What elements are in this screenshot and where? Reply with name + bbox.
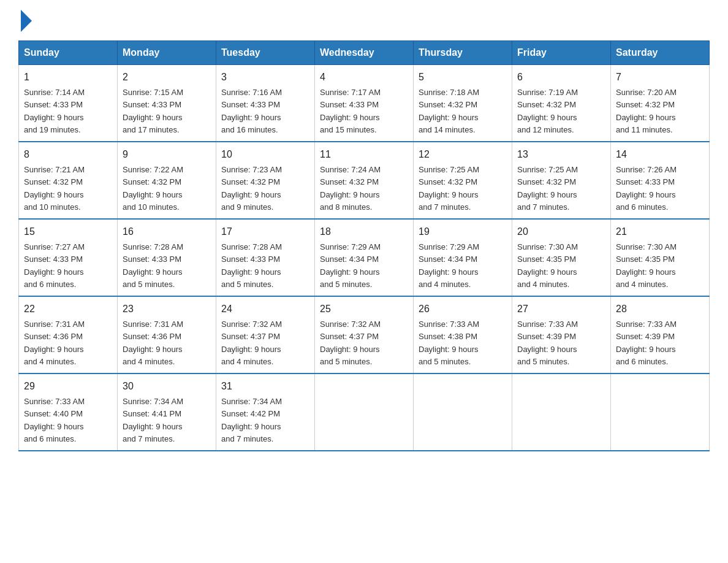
- day-number: 24: [221, 302, 309, 316]
- day-number: 27: [517, 302, 605, 316]
- day-number: 22: [24, 302, 112, 316]
- day-info: Sunrise: 7:33 AMSunset: 4:38 PMDaylight:…: [419, 320, 479, 366]
- day-info: Sunrise: 7:17 AMSunset: 4:33 PMDaylight:…: [320, 88, 381, 134]
- weekday-header-sunday: Sunday: [19, 41, 118, 65]
- day-number: 23: [123, 302, 211, 316]
- day-info: Sunrise: 7:34 AMSunset: 4:41 PMDaylight:…: [123, 397, 183, 443]
- day-number: 7: [616, 70, 704, 85]
- day-info: Sunrise: 7:30 AMSunset: 4:35 PMDaylight:…: [616, 242, 677, 289]
- calendar-cell: 3Sunrise: 7:16 AMSunset: 4:33 PMDaylight…: [216, 65, 315, 142]
- page-header: [18, 12, 710, 28]
- calendar-week-row: 1Sunrise: 7:14 AMSunset: 4:33 PMDaylight…: [19, 65, 710, 142]
- calendar-cell: 23Sunrise: 7:31 AMSunset: 4:36 PMDayligh…: [118, 296, 216, 373]
- day-number: 18: [320, 224, 408, 239]
- calendar-header-row: SundayMondayTuesdayWednesdayThursdayFrid…: [19, 41, 710, 65]
- day-number: 8: [24, 147, 112, 162]
- day-number: 6: [517, 70, 605, 85]
- day-info: Sunrise: 7:31 AMSunset: 4:36 PMDaylight:…: [24, 320, 85, 366]
- day-number: 28: [616, 302, 704, 316]
- day-info: Sunrise: 7:25 AMSunset: 4:32 PMDaylight:…: [419, 165, 479, 212]
- day-number: 14: [616, 147, 704, 162]
- calendar-cell: 6Sunrise: 7:19 AMSunset: 4:32 PMDaylight…: [512, 65, 611, 142]
- calendar-cell: [414, 373, 512, 451]
- day-number: 25: [320, 302, 408, 316]
- calendar-cell: 24Sunrise: 7:32 AMSunset: 4:37 PMDayligh…: [216, 296, 315, 373]
- day-number: 29: [24, 379, 112, 394]
- calendar-cell: 2Sunrise: 7:15 AMSunset: 4:33 PMDaylight…: [118, 65, 216, 142]
- day-info: Sunrise: 7:33 AMSunset: 4:40 PMDaylight:…: [24, 397, 85, 443]
- calendar-cell: 28Sunrise: 7:33 AMSunset: 4:39 PMDayligh…: [611, 296, 710, 373]
- calendar-cell: 9Sunrise: 7:22 AMSunset: 4:32 PMDaylight…: [118, 142, 216, 219]
- calendar-cell: 5Sunrise: 7:18 AMSunset: 4:32 PMDaylight…: [414, 65, 512, 142]
- day-info: Sunrise: 7:16 AMSunset: 4:33 PMDaylight:…: [221, 88, 282, 134]
- calendar-week-row: 15Sunrise: 7:27 AMSunset: 4:33 PMDayligh…: [19, 219, 710, 296]
- calendar-cell: [512, 373, 611, 451]
- day-number: 1: [24, 70, 112, 85]
- day-number: 30: [123, 379, 211, 394]
- weekday-header-monday: Monday: [118, 41, 216, 65]
- day-info: Sunrise: 7:24 AMSunset: 4:32 PMDaylight:…: [320, 165, 381, 212]
- day-info: Sunrise: 7:23 AMSunset: 4:32 PMDaylight:…: [221, 165, 282, 212]
- day-info: Sunrise: 7:15 AMSunset: 4:33 PMDaylight:…: [123, 88, 183, 134]
- calendar-cell: 17Sunrise: 7:28 AMSunset: 4:33 PMDayligh…: [216, 219, 315, 296]
- day-number: 3: [221, 70, 309, 85]
- day-number: 5: [419, 70, 507, 85]
- calendar-cell: 20Sunrise: 7:30 AMSunset: 4:35 PMDayligh…: [512, 219, 611, 296]
- weekday-header-friday: Friday: [512, 41, 611, 65]
- day-info: Sunrise: 7:21 AMSunset: 4:32 PMDaylight:…: [24, 165, 85, 212]
- day-number: 31: [221, 379, 309, 394]
- day-number: 19: [419, 224, 507, 239]
- day-info: Sunrise: 7:28 AMSunset: 4:33 PMDaylight:…: [123, 242, 183, 289]
- day-number: 13: [517, 147, 605, 162]
- calendar-cell: 19Sunrise: 7:29 AMSunset: 4:34 PMDayligh…: [414, 219, 512, 296]
- calendar-cell: 18Sunrise: 7:29 AMSunset: 4:34 PMDayligh…: [315, 219, 414, 296]
- day-info: Sunrise: 7:33 AMSunset: 4:39 PMDaylight:…: [616, 320, 677, 366]
- day-number: 11: [320, 147, 408, 162]
- day-info: Sunrise: 7:32 AMSunset: 4:37 PMDaylight:…: [320, 320, 381, 366]
- calendar-cell: 12Sunrise: 7:25 AMSunset: 4:32 PMDayligh…: [414, 142, 512, 219]
- logo-arrow-icon: [21, 10, 32, 32]
- calendar-cell: 13Sunrise: 7:25 AMSunset: 4:32 PMDayligh…: [512, 142, 611, 219]
- calendar-cell: 7Sunrise: 7:20 AMSunset: 4:32 PMDaylight…: [611, 65, 710, 142]
- calendar-cell: [315, 373, 414, 451]
- weekday-header-thursday: Thursday: [414, 41, 512, 65]
- calendar-cell: 4Sunrise: 7:17 AMSunset: 4:33 PMDaylight…: [315, 65, 414, 142]
- calendar-cell: 30Sunrise: 7:34 AMSunset: 4:41 PMDayligh…: [118, 373, 216, 451]
- weekday-header-wednesday: Wednesday: [315, 41, 414, 65]
- day-info: Sunrise: 7:29 AMSunset: 4:34 PMDaylight:…: [419, 242, 479, 289]
- day-number: 4: [320, 70, 408, 85]
- calendar-week-row: 22Sunrise: 7:31 AMSunset: 4:36 PMDayligh…: [19, 296, 710, 373]
- day-info: Sunrise: 7:18 AMSunset: 4:32 PMDaylight:…: [419, 88, 479, 134]
- day-number: 21: [616, 224, 704, 239]
- day-info: Sunrise: 7:32 AMSunset: 4:37 PMDaylight:…: [221, 320, 282, 366]
- logo: [18, 12, 32, 28]
- calendar-cell: 10Sunrise: 7:23 AMSunset: 4:32 PMDayligh…: [216, 142, 315, 219]
- calendar-cell: [611, 373, 710, 451]
- calendar-cell: 15Sunrise: 7:27 AMSunset: 4:33 PMDayligh…: [19, 219, 118, 296]
- day-number: 16: [123, 224, 211, 239]
- calendar-cell: 21Sunrise: 7:30 AMSunset: 4:35 PMDayligh…: [611, 219, 710, 296]
- calendar-cell: 29Sunrise: 7:33 AMSunset: 4:40 PMDayligh…: [19, 373, 118, 451]
- day-number: 10: [221, 147, 309, 162]
- calendar-week-row: 8Sunrise: 7:21 AMSunset: 4:32 PMDaylight…: [19, 142, 710, 219]
- day-number: 2: [123, 70, 211, 85]
- day-info: Sunrise: 7:29 AMSunset: 4:34 PMDaylight:…: [320, 242, 381, 289]
- calendar-cell: 27Sunrise: 7:33 AMSunset: 4:39 PMDayligh…: [512, 296, 611, 373]
- day-number: 9: [123, 147, 211, 162]
- day-info: Sunrise: 7:27 AMSunset: 4:33 PMDaylight:…: [24, 242, 85, 289]
- day-info: Sunrise: 7:31 AMSunset: 4:36 PMDaylight:…: [123, 320, 183, 366]
- weekday-header-saturday: Saturday: [611, 41, 710, 65]
- day-info: Sunrise: 7:28 AMSunset: 4:33 PMDaylight:…: [221, 242, 282, 289]
- day-number: 15: [24, 224, 112, 239]
- calendar-cell: 1Sunrise: 7:14 AMSunset: 4:33 PMDaylight…: [19, 65, 118, 142]
- weekday-header-tuesday: Tuesday: [216, 41, 315, 65]
- calendar-cell: 11Sunrise: 7:24 AMSunset: 4:32 PMDayligh…: [315, 142, 414, 219]
- day-info: Sunrise: 7:33 AMSunset: 4:39 PMDaylight:…: [517, 320, 578, 366]
- day-number: 12: [419, 147, 507, 162]
- day-number: 20: [517, 224, 605, 239]
- calendar-cell: 31Sunrise: 7:34 AMSunset: 4:42 PMDayligh…: [216, 373, 315, 451]
- day-info: Sunrise: 7:14 AMSunset: 4:33 PMDaylight:…: [24, 88, 85, 134]
- day-info: Sunrise: 7:19 AMSunset: 4:32 PMDaylight:…: [517, 88, 578, 134]
- day-info: Sunrise: 7:26 AMSunset: 4:33 PMDaylight:…: [616, 165, 677, 212]
- calendar-cell: 22Sunrise: 7:31 AMSunset: 4:36 PMDayligh…: [19, 296, 118, 373]
